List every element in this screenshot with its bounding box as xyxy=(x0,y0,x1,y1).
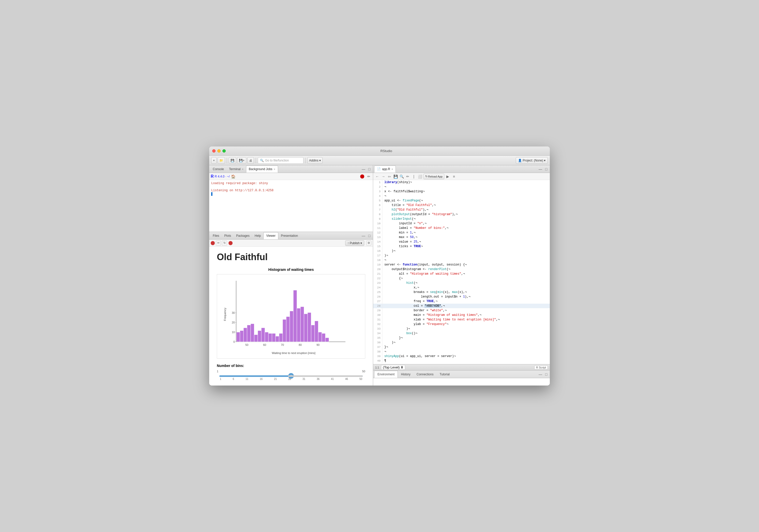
tab-background-jobs[interactable]: Background Jobs × xyxy=(246,166,278,173)
expand-button[interactable]: □ xyxy=(367,167,372,172)
stop-button[interactable] xyxy=(360,175,364,179)
viewer-settings-button[interactable]: ⚙ xyxy=(366,241,371,246)
back-button[interactable]: ← xyxy=(375,174,380,179)
code-line-33: 33 )¬ xyxy=(373,327,550,331)
open-file-button[interactable]: 📁 xyxy=(218,157,225,164)
code-line-28: 28 col = "#BB74DB",¬ xyxy=(373,304,550,308)
source-back-button[interactable]: ⇦ xyxy=(387,174,392,179)
code-line-17: 17 )¬ xyxy=(373,253,550,258)
svg-rect-25 xyxy=(272,333,276,342)
bottom-collapse-button[interactable]: — xyxy=(538,372,543,377)
code-line-7: 7 h2("Old Faithful"),¬ xyxy=(373,208,550,212)
tab-help[interactable]: Help xyxy=(252,232,263,239)
tab-console[interactable]: Console xyxy=(210,166,226,173)
viewer-panel: Files Plots Packages Help Viewer xyxy=(209,232,373,386)
console-panel-controls: — □ xyxy=(361,167,372,172)
viewer-panel-controls: — □ xyxy=(361,233,372,238)
print-button[interactable]: 🖨 xyxy=(247,157,254,164)
tab-files[interactable]: Files xyxy=(210,232,221,239)
brush-button[interactable]: ✏ xyxy=(216,241,221,246)
editor-collapse-button[interactable]: — xyxy=(538,167,543,172)
publish-button[interactable]: ↑ Publish ▾ xyxy=(345,240,364,246)
close-button[interactable] xyxy=(212,149,216,152)
code-line-39: 39 shinyApp(ui = app_ui, server = server… xyxy=(373,354,550,358)
code-line-38: 38 ¬ xyxy=(373,349,550,354)
search-editor-button[interactable]: 🔍 xyxy=(399,174,404,179)
svg-text:70: 70 xyxy=(281,343,284,347)
svg-rect-26 xyxy=(276,336,279,342)
bottom-panel: Environment History Connections Tutorial… xyxy=(373,370,550,386)
source-button[interactable]: ≡ xyxy=(452,174,457,179)
project-chevron-icon: ▾ xyxy=(544,159,545,162)
tab-viewer[interactable]: Viewer xyxy=(263,232,278,239)
compile-button[interactable]: ⬜ xyxy=(418,174,422,179)
project-button[interactable]: 👤 Project: (None) ▾ xyxy=(516,157,548,164)
code-tools-button[interactable]: | xyxy=(411,174,416,179)
svg-rect-30 xyxy=(290,311,293,342)
terminal-close-icon[interactable]: × xyxy=(242,168,243,171)
chart-title: Histogram of waiting times xyxy=(217,267,365,271)
slider-minmax-row: 1 50 xyxy=(217,370,365,373)
minimize-button[interactable] xyxy=(217,149,220,152)
editor-tabs: 📄 app.R × — □ xyxy=(373,165,550,173)
tab-tutorial[interactable]: Tutorial xyxy=(436,371,453,378)
home-dir-button[interactable]: 🏠 xyxy=(231,174,236,179)
right-panel: 📄 app.R × — □ ← → ⇦ 💾 🔍 ✏ | ⬜ ↻ xyxy=(373,165,550,386)
svg-text:30: 30 xyxy=(232,311,235,314)
console-content[interactable]: Loading required package: shiny Listenin… xyxy=(209,180,373,232)
project-label: Project: (None) xyxy=(523,159,543,162)
tab-history[interactable]: History xyxy=(398,371,413,378)
tab-packages[interactable]: Packages xyxy=(234,232,252,239)
tab-terminal[interactable]: Terminal × xyxy=(226,166,246,173)
chart-container: Frequency 0 10 20 xyxy=(217,274,365,358)
editor-file-close-icon[interactable]: × xyxy=(391,168,393,171)
viewer-tab-label: Viewer xyxy=(266,234,275,237)
background-jobs-close-icon[interactable]: × xyxy=(274,168,275,171)
refresh-button[interactable]: ↻ xyxy=(222,241,227,246)
save-editor-button[interactable]: 💾 xyxy=(393,174,398,179)
slider-track[interactable]: 25 xyxy=(220,375,363,377)
run-button[interactable]: ▶ xyxy=(445,174,451,179)
bottom-expand-button[interactable]: □ xyxy=(544,372,549,377)
reload-app-button[interactable]: ↻ Reload App xyxy=(423,174,444,179)
app-title: Old Faithful xyxy=(217,252,365,263)
tab-plots[interactable]: Plots xyxy=(221,232,234,239)
r-logo: R xyxy=(211,174,214,179)
collapse-button[interactable]: — xyxy=(361,167,366,172)
forward-button[interactable]: → xyxy=(381,174,386,179)
tab-app-r[interactable]: 📄 app.R × xyxy=(374,166,396,173)
level-chevron-icon: ⬇ xyxy=(401,365,403,369)
viewer-collapse-button[interactable]: — xyxy=(361,233,366,238)
save-all-button[interactable]: 💾+ xyxy=(237,157,246,164)
slider-unfilled xyxy=(288,375,363,377)
editor-expand-button[interactable]: □ xyxy=(544,167,549,172)
goto-placeholder: Go to file/function xyxy=(265,159,289,162)
tab-presentation[interactable]: Presentation xyxy=(278,232,300,239)
viewer-expand-button[interactable]: □ xyxy=(367,233,372,238)
code-line-37: 37 }¬ xyxy=(373,345,550,349)
edit-code-button[interactable]: ✏ xyxy=(405,174,410,179)
new-file-button[interactable]: + xyxy=(211,157,217,164)
clear-viewer-button[interactable] xyxy=(211,241,215,245)
chart-wrapper: Frequency 0 10 20 xyxy=(226,278,361,350)
file-icon: 📄 xyxy=(377,167,381,171)
r-version: R 4.4.0 · ~/ xyxy=(215,175,230,178)
addins-button[interactable]: Addins ▾ xyxy=(307,157,323,164)
stop-viewer-button[interactable] xyxy=(228,241,233,245)
bottom-tabs: Environment History Connections Tutorial… xyxy=(373,371,550,378)
code-line-14: 14 value = 25,¬ xyxy=(373,240,550,244)
histogram-svg: 0 10 20 30 50 60 70 xyxy=(226,278,348,349)
maximize-button[interactable] xyxy=(222,149,226,152)
new-file-icon: + xyxy=(213,159,215,162)
console-tabs: Console Terminal × Background Jobs × — □ xyxy=(209,165,373,173)
save-button[interactable]: 💾 xyxy=(229,157,236,164)
background-jobs-tab-label: Background Jobs xyxy=(249,167,272,171)
goto-file-input[interactable]: 🔍 Go to file/function xyxy=(258,157,303,164)
code-editor[interactable]: 1 library(shiny)¬ 2 ¬ 3 x <- faithful$wa… xyxy=(373,180,550,364)
tab-connections[interactable]: Connections xyxy=(414,371,437,378)
svg-rect-22 xyxy=(261,328,265,342)
clear-console-button[interactable]: ✏ xyxy=(366,174,371,179)
code-level-selector[interactable]: (Top Level) ⬇ xyxy=(381,365,405,370)
code-line-29: 29 border = "white",¬ xyxy=(373,308,550,313)
tab-environment[interactable]: Environment xyxy=(374,371,398,378)
